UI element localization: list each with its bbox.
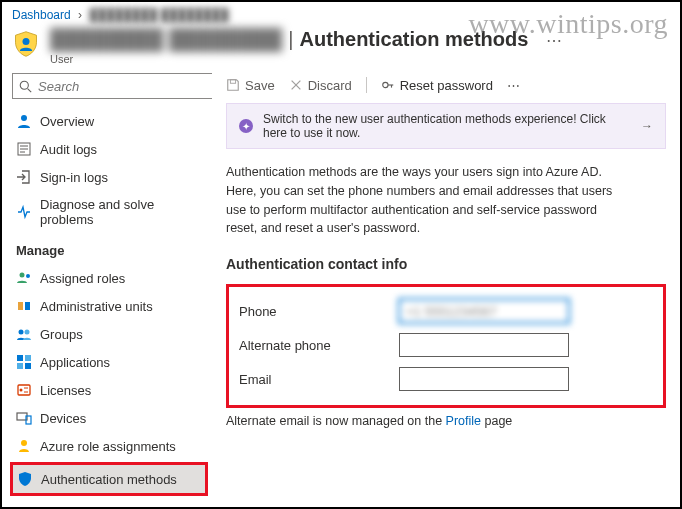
banner-text: Switch to the new user authentication me… (263, 112, 631, 140)
sidebar-item-label: Authentication methods (41, 472, 177, 487)
description-text: Authentication methods are the ways your… (226, 163, 626, 238)
discard-label: Discard (308, 78, 352, 93)
sidebar-item-label: Azure role assignments (40, 439, 176, 454)
groups-icon (16, 326, 32, 342)
toolbar-more-icon[interactable]: ⋯ (507, 78, 520, 93)
svg-point-1 (20, 81, 28, 89)
svg-point-12 (19, 330, 24, 335)
discard-button[interactable]: Discard (289, 78, 352, 93)
svg-point-29 (382, 82, 387, 87)
svg-point-19 (20, 389, 23, 392)
command-bar: Save Discard Reset password ⋯ (226, 73, 666, 103)
phone-label: Phone (239, 304, 399, 319)
sidebar-item-azure-role[interactable]: Azure role assignments (12, 432, 206, 460)
save-label: Save (245, 78, 275, 93)
svg-rect-16 (17, 363, 23, 369)
sidebar-item-licenses[interactable]: Licenses (12, 376, 206, 404)
licenses-icon (16, 382, 32, 398)
reset-password-button[interactable]: Reset password (381, 78, 493, 93)
log-icon (16, 141, 32, 157)
email-label: Email (239, 372, 399, 387)
signin-icon (16, 169, 32, 185)
email-input[interactable] (399, 367, 569, 391)
title-separator: | (288, 28, 293, 51)
sidebar-item-label: Audit logs (40, 142, 97, 157)
page-subtitle: User (50, 53, 670, 65)
sidebar-item-label: Applications (40, 355, 110, 370)
svg-point-0 (23, 38, 30, 45)
arrow-right-icon: → (641, 119, 653, 133)
more-icon[interactable]: ⋯ (540, 31, 568, 50)
sidebar-item-label: Devices (40, 411, 86, 426)
sidebar-item-devices[interactable]: Devices (12, 404, 206, 432)
sidebar-item-diagnose[interactable]: Diagnose and solve problems (12, 191, 206, 233)
sparkle-icon: ✦ (239, 119, 253, 133)
save-button[interactable]: Save (226, 78, 275, 93)
main-content: Save Discard Reset password ⋯ ✦ Switch t… (212, 73, 680, 506)
section-title: Authentication contact info (226, 256, 666, 272)
discard-icon (289, 78, 303, 92)
sidebar-item-label: Diagnose and solve problems (40, 197, 202, 227)
breadcrumb-root[interactable]: Dashboard (12, 8, 71, 22)
sidebar-section-troubleshoot: Troubleshooting + Support (12, 498, 206, 506)
sidebar-item-label: Sign-in logs (40, 170, 108, 185)
devices-icon (16, 410, 32, 426)
reset-password-label: Reset password (400, 78, 493, 93)
toolbar-divider (366, 77, 367, 93)
sidebar-item-signin-logs[interactable]: Sign-in logs (12, 163, 206, 191)
user-name-masked: ████████ ████████ (50, 28, 282, 51)
shield-icon (17, 471, 33, 487)
chevron-right-icon: › (78, 8, 82, 22)
sidebar-item-applications[interactable]: Applications (12, 348, 206, 376)
sidebar-item-label: Groups (40, 327, 83, 342)
save-icon (226, 78, 240, 92)
svg-rect-15 (25, 355, 31, 361)
breadcrumb: Dashboard › ████████ ████████ (2, 2, 680, 26)
admin-units-icon (16, 298, 32, 314)
roles-icon (16, 270, 32, 286)
sidebar-item-admin-units[interactable]: Administrative units (12, 292, 206, 320)
sidebar-section-manage: Manage (12, 233, 206, 264)
page-header: ████████ ████████ | Authentication metho… (2, 26, 680, 73)
alternate-phone-label: Alternate phone (239, 338, 399, 353)
svg-line-2 (28, 88, 32, 92)
info-banner[interactable]: ✦ Switch to the new user authentication … (226, 103, 666, 149)
svg-point-8 (20, 273, 25, 278)
azure-role-icon (16, 438, 32, 454)
key-icon (381, 78, 395, 92)
phone-input[interactable] (399, 299, 569, 323)
sidebar-item-label: Administrative units (40, 299, 153, 314)
sidebar-item-groups[interactable]: Groups (12, 320, 206, 348)
shield-user-icon (12, 30, 40, 58)
search-input[interactable] (38, 79, 207, 94)
svg-rect-14 (17, 355, 23, 361)
sidebar-item-label: Overview (40, 114, 94, 129)
sidebar-item-audit-logs[interactable]: Audit logs (12, 135, 206, 163)
breadcrumb-current[interactable]: ████████ ████████ (89, 8, 228, 22)
svg-point-3 (21, 115, 27, 121)
svg-point-24 (21, 440, 27, 446)
sidebar-item-auth-methods[interactable]: Authentication methods (13, 465, 205, 493)
sidebar-item-label: Licenses (40, 383, 91, 398)
profile-link[interactable]: Profile (446, 414, 481, 428)
page-title: Authentication methods (299, 28, 528, 51)
diagnose-icon (16, 204, 32, 220)
user-icon (16, 113, 32, 129)
sidebar: « Overview Audit logs Sign-in logs Diagn… (2, 73, 212, 506)
svg-point-13 (25, 330, 30, 335)
alternate-phone-input[interactable] (399, 333, 569, 357)
applications-icon (16, 354, 32, 370)
svg-rect-17 (25, 363, 31, 369)
contact-info-form: Phone Alternate phone Email (226, 284, 666, 408)
svg-point-9 (26, 274, 30, 278)
alternate-email-note: Alternate email is now managed on the Pr… (226, 414, 666, 428)
search-icon (19, 80, 32, 93)
svg-rect-11 (25, 302, 30, 310)
sidebar-item-label: Assigned roles (40, 271, 125, 286)
search-box[interactable] (12, 73, 212, 99)
sidebar-item-overview[interactable]: Overview (12, 107, 206, 135)
sidebar-item-assigned-roles[interactable]: Assigned roles (12, 264, 206, 292)
svg-rect-10 (18, 302, 23, 310)
